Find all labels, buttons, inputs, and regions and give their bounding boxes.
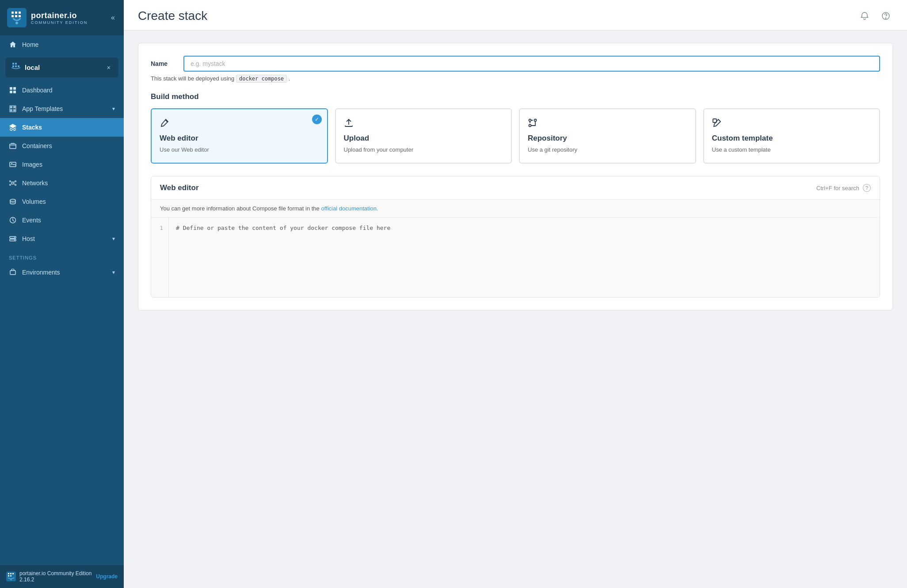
sidebar-item-home[interactable]: Home [0,35,124,54]
sidebar-item-containers[interactable]: Containers [0,137,124,155]
svg-rect-5 [15,15,17,17]
web-editor-section: Web editor Ctrl+F for search ? You can g… [151,176,880,298]
svg-point-40 [885,18,886,19]
svg-rect-10 [12,65,14,67]
upgrade-link[interactable]: Upgrade [96,573,118,580]
custom-template-icon [712,118,872,130]
page-header: Create stack [124,0,907,31]
svg-rect-14 [13,87,16,90]
selected-check-icon: ✓ [312,115,322,124]
repository-icon [528,118,687,130]
method-title: Web editor [160,134,319,143]
logo: portainer.io COMMUNITY EDITION [7,8,88,27]
logo-text: portainer.io COMMUNITY EDITION [31,11,88,25]
svg-rect-4 [11,15,14,17]
sidebar-item-environments[interactable]: Environments ▾ [0,263,124,282]
editor-placeholder[interactable]: # Define or paste the content of your do… [169,218,880,297]
method-web-editor[interactable]: ✓ Web editor Use our Web editor [151,108,328,164]
help-button[interactable] [879,9,893,23]
chevron-down-icon: ▾ [112,106,115,112]
svg-rect-2 [15,11,17,14]
question-icon[interactable]: ? [863,184,871,192]
method-custom-template[interactable]: Custom template Use a custom template [703,108,880,164]
svg-rect-37 [10,575,11,577]
svg-rect-35 [12,573,14,574]
svg-point-20 [12,182,14,184]
editor-info-bar: You can get more information about Compo… [151,200,880,218]
build-methods-container: ✓ Web editor Use our Web editor [151,108,880,164]
sidebar-collapse-button[interactable]: « [109,12,117,23]
svg-rect-15 [10,91,12,93]
footer-app-name: portainer.io [19,570,46,577]
sidebar-item-images[interactable]: Images [0,155,124,174]
app-name: portainer.io [31,11,88,20]
svg-rect-34 [10,573,11,574]
svg-rect-6 [19,15,21,17]
sidebar-item-label: Host [22,235,107,242]
sidebar-item-volumes[interactable]: Volumes [0,192,124,211]
sidebar-item-app-templates[interactable]: App Templates ▾ [0,99,124,118]
line-number: 1 [156,225,163,231]
method-repository[interactable]: Repository Use a git repository [519,108,696,164]
editor-header: Web editor Ctrl+F for search ? [151,176,880,200]
images-icon [9,160,17,168]
line-numbers: 1 [151,218,169,297]
sidebar-item-events[interactable]: Events [0,211,124,229]
chevron-down-icon: ▾ [112,269,115,275]
web-editor-icon [160,118,319,130]
editor-body: 1 # Define or paste the content of your … [151,218,880,297]
sidebar: portainer.io COMMUNITY EDITION « Home lo… [0,0,124,588]
sidebar-item-host[interactable]: Host ▾ [0,229,124,248]
method-desc: Use our Web editor [160,146,319,154]
settings-section-label: Settings [0,248,124,263]
bell-icon [860,11,869,20]
editor-title: Web editor [160,183,199,192]
chevron-down-icon: ▾ [112,236,115,242]
sidebar-item-label: Environments [22,269,107,276]
dashboard-icon [9,86,17,94]
svg-rect-13 [10,87,12,90]
sidebar-footer: portainer.io Community Edition 2.16.2 Up… [0,565,124,588]
sidebar-item-label: Home [22,41,115,48]
svg-point-38 [11,579,12,580]
method-desc: Use a git repository [528,146,687,154]
sidebar-item-stacks[interactable]: Stacks [0,118,124,137]
sidebar-item-dashboard[interactable]: Dashboard [0,81,124,99]
svg-rect-36 [8,575,9,577]
deploy-tool: docker compose [236,75,287,83]
svg-rect-17 [10,144,16,149]
host-icon [9,235,17,243]
editor-hint-text: Ctrl+F for search [816,185,859,191]
environments-icon [9,268,17,276]
stacks-icon [9,123,17,131]
official-docs-link[interactable]: official documentation. [321,205,378,212]
header-icons [857,9,893,23]
svg-point-43 [529,125,531,127]
method-upload[interactable]: Upload Upload from your computer [335,108,512,164]
build-method-title: Build method [151,92,880,101]
environment-close-button[interactable]: × [105,63,112,72]
stack-name-input[interactable] [183,56,880,72]
events-icon [9,216,17,224]
app-edition: COMMUNITY EDITION [31,20,88,25]
svg-rect-8 [12,63,14,65]
networks-icon [9,179,17,187]
svg-rect-1 [11,11,14,14]
footer-logo-icon [6,572,16,581]
svg-rect-33 [8,573,9,574]
page-title: Create stack [138,9,207,23]
sidebar-item-label: App Templates [22,105,107,112]
environment-section: local × [5,57,118,77]
sidebar-item-label: Volumes [22,198,115,205]
main-body: Name This stack will be deployed using d… [124,31,907,323]
help-icon [881,11,890,20]
method-desc: Use a custom template [712,146,872,154]
sidebar-logo-area: portainer.io COMMUNITY EDITION « [0,0,124,35]
sidebar-item-networks[interactable]: Networks [0,174,124,192]
sidebar-item-label: Images [22,161,115,168]
svg-point-19 [11,163,12,164]
notifications-button[interactable] [857,9,872,23]
main-content: Create stack Name [124,0,907,588]
svg-point-30 [14,240,15,241]
containers-icon [9,142,17,150]
